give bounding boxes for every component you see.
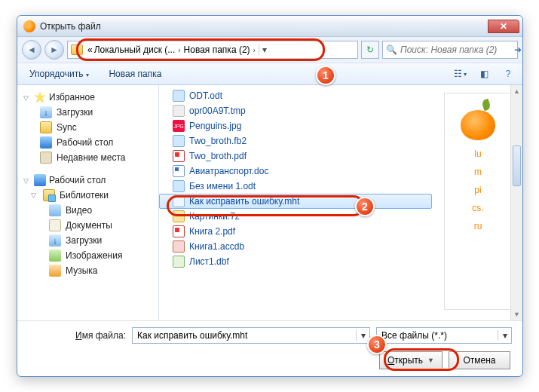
scroll-thumb[interactable] <box>513 145 521 186</box>
sidebar-item-label: Видео <box>66 205 92 216</box>
organize-button[interactable]: Упорядочить <box>23 66 95 82</box>
sidebar-label: Избранное <box>49 92 95 103</box>
sidebar-item-label: Загрузки <box>66 235 102 246</box>
file-name: Как исправить ошибку.mht <box>189 196 299 207</box>
sidebar-item-libraries[interactable]: ▽Библиотеки <box>23 188 157 203</box>
breadcrumb-dropdown[interactable]: ▾ <box>259 44 271 55</box>
sidebar-item-label: Изображения <box>66 250 122 261</box>
back-button[interactable]: ◄ <box>22 40 41 60</box>
sidebar-item-images[interactable]: Изображения <box>23 248 157 263</box>
breadcrumb-seg-1[interactable]: Локальный диск (... <box>94 44 176 55</box>
sidebar-favorites-header[interactable]: Избранное <box>23 90 157 105</box>
file-type-filter[interactable]: Все файлы (*.*) ▾ <box>376 327 512 344</box>
file-item[interactable]: Two_broth.pdf <box>159 149 432 164</box>
file-item[interactable]: Авиатранспорт.doc <box>159 164 432 179</box>
chevron-down-icon[interactable]: ▾ <box>356 330 369 341</box>
file-item[interactable]: Как исправить ошибку.mht <box>159 194 432 209</box>
sidebar-item-documents[interactable]: Документы <box>23 218 157 233</box>
filename-label: Имя файла: <box>28 330 126 341</box>
star-icon <box>34 91 46 103</box>
file-name: Two_broth.pdf <box>189 151 247 161</box>
cancel-label: Отмена <box>463 355 495 366</box>
search-go-icon[interactable]: ➜ <box>514 44 522 55</box>
folder-icon <box>40 121 52 133</box>
file-item[interactable]: Без имени 1.odt <box>159 179 432 194</box>
vertical-scrollbar[interactable]: ▲ ▼ <box>510 85 522 320</box>
file-type-icon <box>173 90 185 102</box>
file-type-icon <box>173 180 185 192</box>
download-icon <box>49 234 61 247</box>
file-name: Two_broth.fb2 <box>189 136 247 146</box>
file-name: Авиатранспорт.doc <box>189 166 268 176</box>
file-name: opr00A9T.tmp <box>189 106 246 116</box>
chevron-right-icon[interactable]: › <box>252 46 257 54</box>
file-list[interactable]: ODT.odtopr00A9T.tmpJPGPenguins.jpgTwo_br… <box>159 85 432 320</box>
file-item[interactable]: Картинки.7z <box>159 209 432 224</box>
sidebar-item-label: Рабочий стол <box>57 137 113 148</box>
cancel-button[interactable]: Отмена <box>449 351 510 369</box>
libraries-icon <box>43 189 55 201</box>
search-input[interactable] <box>400 44 514 55</box>
file-item[interactable]: Two_broth.fb2 <box>159 133 432 149</box>
close-button[interactable]: ✕ <box>488 20 519 33</box>
refresh-button[interactable]: ↻ <box>361 41 379 59</box>
sidebar-item-downloads-lib[interactable]: Загрузки <box>23 233 157 248</box>
filter-label: Все файлы (*.*) <box>381 330 447 341</box>
file-item[interactable]: Книга 2.pdf <box>159 224 432 239</box>
scroll-down-button[interactable]: ▼ <box>511 308 522 320</box>
images-icon <box>49 250 61 262</box>
toolbar: Упорядочить Новая папка ☷▾ ◧ ? <box>17 63 522 85</box>
recent-icon <box>40 152 52 164</box>
chevron-right-icon[interactable]: › <box>176 46 182 54</box>
sidebar-item-label: Недавние места <box>57 152 125 163</box>
file-name: Лист1.dbf <box>189 256 229 267</box>
file-item[interactable]: ODT.odt <box>159 88 432 103</box>
search-box[interactable]: 🔍 ➜ <box>382 41 518 59</box>
leaf-icon <box>481 99 492 112</box>
expand-icon: ▽ <box>31 191 38 199</box>
file-item[interactable]: JPGPenguins.jpg <box>159 118 432 133</box>
preview-pane-button[interactable]: ◧ <box>476 66 492 82</box>
file-name: Penguins.jpg <box>189 121 241 131</box>
desktop-icon <box>34 174 46 186</box>
file-name: Книга 2.pdf <box>189 226 235 237</box>
sidebar-item-music[interactable]: Музыка <box>23 263 157 278</box>
sidebar-item-sync[interactable]: Sync <box>23 120 157 135</box>
file-item[interactable]: Лист1.dbf <box>159 254 432 269</box>
folder-icon <box>71 44 83 55</box>
watermark-text: lu m pi cs. ru <box>472 145 483 235</box>
bottom-panel: Имя файла: ▾ Все файлы (*.*) ▾ Открыть ▼… <box>17 320 522 378</box>
view-options-button[interactable]: ☷▾ <box>452 66 468 82</box>
sidebar-item-label: Документы <box>66 220 112 231</box>
filename-input[interactable] <box>133 330 356 341</box>
help-button[interactable]: ? <box>500 66 516 82</box>
file-type-icon <box>173 165 185 177</box>
file-pane: ODT.odtopr00A9T.tmpJPGPenguins.jpgTwo_br… <box>159 85 522 320</box>
file-type-icon <box>173 256 185 268</box>
sidebar-item-video[interactable]: Видео <box>23 203 157 218</box>
sidebar-item-downloads[interactable]: Загрузки <box>23 105 157 120</box>
sidebar-item-recent[interactable]: Недавние места <box>23 150 157 165</box>
video-icon <box>49 204 61 216</box>
sidebar-item-label: Музыка <box>66 265 97 276</box>
sidebar-item-label: Загрузки <box>57 107 93 118</box>
file-type-icon <box>173 225 185 237</box>
expand-icon <box>23 92 31 103</box>
scroll-up-button[interactable]: ▲ <box>511 85 522 97</box>
forward-button[interactable]: ► <box>44 40 64 60</box>
window-title: Открыть файл <box>40 21 488 32</box>
search-icon: 🔍 <box>386 44 397 55</box>
breadcrumb-seg-2[interactable]: Новая папка (2) <box>184 44 250 55</box>
new-folder-button[interactable]: Новая папка <box>103 66 167 82</box>
open-button[interactable]: Открыть ▼ <box>379 351 443 369</box>
file-type-icon <box>173 240 185 253</box>
sidebar-item-desktop[interactable]: Рабочий стол <box>23 135 157 150</box>
file-type-icon <box>173 105 185 117</box>
breadcrumb[interactable]: « Локальный диск (... › Новая папка (2) … <box>67 41 358 59</box>
file-item[interactable]: Книга1.accdb <box>159 239 432 254</box>
chevron-down-icon[interactable]: ▾ <box>498 330 511 341</box>
sidebar-desktop-header[interactable]: Рабочий стол <box>23 173 157 188</box>
titlebar: Открыть файл ✕ <box>17 16 522 37</box>
file-item[interactable]: opr00A9T.tmp <box>159 103 432 118</box>
filename-combo[interactable]: ▾ <box>132 327 370 344</box>
